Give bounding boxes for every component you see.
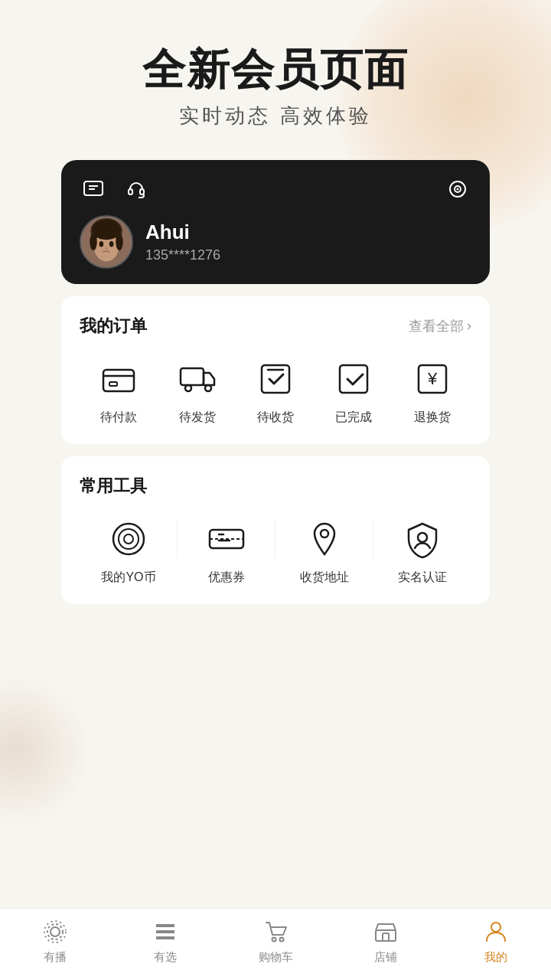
cart-icon: [262, 918, 289, 946]
main-title: 全新会员页面: [142, 46, 409, 93]
phone: 135****1276: [145, 247, 220, 263]
svg-point-10: [109, 241, 114, 247]
yo-coins-icon: [106, 516, 152, 562]
pending-ship-label: 待发货: [179, 410, 216, 426]
orders-card: 我的订单 查看全部 › 待付款 待发货: [61, 296, 490, 444]
nav-item-mine[interactable]: 我的: [458, 918, 534, 965]
nav-label-cart: 购物车: [259, 950, 293, 965]
tool-yo-coins[interactable]: 我的YO币: [80, 516, 178, 586]
order-item-pending-ship[interactable]: 待发货: [174, 356, 220, 426]
svg-point-34: [280, 938, 284, 942]
nav-label-select: 有选: [154, 950, 177, 965]
nav-item-cart[interactable]: 购物车: [237, 918, 314, 965]
svg-point-13: [90, 233, 96, 250]
order-icons-list: 待付款 待发货 待收货: [80, 356, 471, 426]
tools-icons-list: 我的YO币 优惠券 收货地址: [80, 516, 471, 586]
orders-title: 我的订单: [80, 315, 147, 338]
return-icon: ¥: [409, 356, 455, 402]
svg-point-26: [124, 534, 133, 544]
svg-rect-35: [376, 930, 396, 941]
tool-verify[interactable]: 实名认证: [373, 516, 471, 586]
avatar[interactable]: [80, 215, 133, 269]
svg-point-29: [418, 533, 427, 542]
order-item-pending-receive[interactable]: 待收货: [253, 356, 298, 426]
svg-rect-21: [340, 365, 367, 393]
tool-coupons[interactable]: 优惠券: [178, 516, 276, 586]
svg-point-37: [491, 923, 500, 932]
pending-receive-label: 待收货: [257, 410, 294, 426]
header-section: 全新会员页面 实时动态 高效体验: [142, 46, 409, 129]
profile-text: Ahui 135****1276: [145, 220, 220, 263]
address-label: 收货地址: [300, 570, 349, 586]
card-area: Ahui 135****1276 我的订单 查看全部 › 待付款: [61, 160, 490, 604]
svg-point-11: [105, 247, 108, 250]
coupons-label: 优惠券: [208, 570, 245, 586]
bottom-nav: 有播 有选 购物车 店铺 我的: [0, 908, 551, 980]
svg-text:¥: ¥: [427, 369, 438, 388]
svg-rect-36: [383, 933, 389, 941]
profile-card: Ahui 135****1276: [61, 160, 490, 284]
verify-icon: [399, 516, 445, 562]
nav-label-store: 店铺: [374, 950, 397, 965]
pending-receive-icon: [253, 356, 298, 402]
svg-rect-15: [103, 370, 134, 391]
nav-label-live: 有播: [44, 950, 67, 965]
svg-point-19: [205, 385, 211, 391]
headset-icon[interactable]: [122, 175, 150, 203]
select-icon: [152, 918, 179, 946]
order-item-pending-payment[interactable]: 待付款: [96, 356, 142, 426]
svg-point-12: [92, 219, 121, 239]
orders-header: 我的订单 查看全部 ›: [80, 315, 471, 338]
completed-label: 已完成: [335, 410, 372, 426]
svg-point-14: [116, 233, 122, 250]
pending-ship-icon: [174, 356, 220, 402]
live-icon: [41, 918, 69, 946]
camera-icon[interactable]: [444, 175, 471, 203]
order-item-completed[interactable]: 已完成: [331, 356, 377, 426]
svg-point-30: [51, 927, 60, 936]
tools-card: 常用工具 我的YO币 优惠券: [61, 456, 490, 604]
address-icon: [302, 516, 347, 562]
svg-rect-2: [140, 189, 144, 194]
nav-item-live[interactable]: 有播: [17, 918, 93, 965]
pending-payment-icon: [96, 356, 142, 402]
tool-address[interactable]: 收货地址: [276, 516, 373, 586]
svg-point-25: [119, 529, 139, 549]
tools-title: 常用工具: [80, 475, 147, 498]
username: Ahui: [145, 220, 220, 244]
order-item-return[interactable]: ¥ 退换货: [409, 356, 455, 426]
nav-item-store[interactable]: 店铺: [347, 918, 424, 965]
svg-point-5: [457, 188, 459, 190]
view-all-button[interactable]: 查看全部 ›: [409, 317, 471, 335]
nav-item-select[interactable]: 有选: [127, 918, 204, 965]
message-icon[interactable]: [80, 175, 107, 203]
return-label: 退换货: [414, 410, 451, 426]
verify-label: 实名认证: [398, 570, 447, 586]
tools-header: 常用工具: [80, 475, 471, 498]
nav-label-mine: 我的: [484, 950, 507, 965]
mine-icon: [482, 918, 510, 946]
profile-top-icons: [80, 175, 471, 203]
svg-rect-17: [181, 368, 204, 385]
yo-coins-label: 我的YO币: [101, 570, 155, 586]
svg-point-33: [272, 938, 276, 942]
svg-rect-1: [129, 189, 132, 194]
svg-point-9: [99, 241, 104, 247]
coupons-icon: [204, 516, 249, 562]
completed-icon: [331, 356, 377, 402]
sub-title: 实时动态 高效体验: [142, 103, 409, 129]
svg-rect-16: [109, 382, 117, 386]
profile-left-icons: [80, 175, 150, 203]
pending-payment-label: 待付款: [100, 410, 137, 426]
profile-info: Ahui 135****1276: [80, 215, 471, 269]
store-icon: [372, 918, 399, 946]
svg-point-28: [321, 530, 328, 537]
svg-point-18: [185, 385, 191, 391]
